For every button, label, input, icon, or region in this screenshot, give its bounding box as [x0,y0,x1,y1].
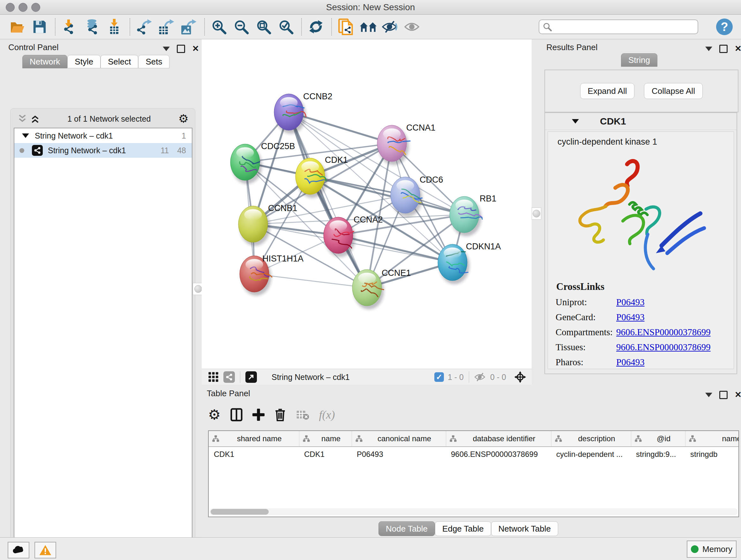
crosslink-link[interactable]: P06493 [616,297,645,307]
gear-icon[interactable]: ⚙ [179,113,189,125]
column-header-databaseidentifier[interactable]: database identifier [446,431,551,446]
cloud-services-button[interactable] [8,542,29,558]
birdseye-view-button[interactable] [359,18,377,36]
import-table-button[interactable] [105,18,123,36]
node-label-ccna2: CCNA2 [354,215,383,225]
warnings-button[interactable] [35,542,56,558]
column-header-sharedname[interactable]: shared name [209,431,299,446]
birdseye-toggle-icon[interactable] [514,371,527,383]
collapse-all-icon[interactable] [17,114,27,124]
node-hist1h1a[interactable]: HIST1H1A [240,254,304,296]
tab-network[interactable]: Network [22,55,67,68]
panel-menu-icon[interactable] [163,47,170,51]
tab-style[interactable]: Style [67,55,100,68]
cell-canonicalname[interactable]: P06493 [352,450,446,459]
float-panel-icon[interactable] [719,45,728,53]
cell-name[interactable]: CDK1 [299,450,352,459]
network-canvas[interactable]: CCNB2CCNA1CDC25BCDK1CDC6RB1CCNB1CCNA2CDK… [202,39,532,369]
zoom-in-button[interactable] [210,18,228,36]
collapse-arrow-icon[interactable] [22,133,29,138]
tab-node-table[interactable]: Node Table [379,521,435,536]
float-panel-icon[interactable] [719,391,728,399]
search-field[interactable] [539,19,698,34]
panel-menu-icon[interactable] [705,47,712,51]
delete-column-trash-icon[interactable] [274,408,286,422]
crosslink-link[interactable]: P06493 [616,357,645,368]
table-horizontal-scrollbar[interactable] [209,508,738,515]
question-icon: ? [721,20,728,34]
node-rb1[interactable]: RB1 [450,194,496,236]
tab-string[interactable]: String [621,53,657,67]
column-header-canonicalname[interactable]: canonical name [352,431,446,446]
search-input[interactable] [555,22,690,32]
expand-all-icon[interactable] [30,114,40,124]
column-type-icon [302,435,310,442]
cell-description[interactable]: cyclin-dependent ... [551,450,631,459]
column-header-namespace[interactable]: namespace [685,431,739,446]
node-cdc6[interactable]: CDC6 [391,175,443,217]
node-ccne1[interactable]: CCNE1 [352,268,411,309]
network-tree-root-row[interactable]: String Network – cdk1 1 [14,128,192,143]
node-cdkn1a[interactable]: CDKN1A [438,242,501,284]
column-header-id[interactable]: @id [631,431,685,446]
crosslink-label: Pharos: [556,357,616,368]
crosslink-link[interactable]: 9606.ENSP00000378699 [616,327,711,337]
panel-menu-icon[interactable] [705,393,712,397]
grid-view-icon[interactable] [208,372,219,382]
save-session-button[interactable] [30,18,49,36]
cdk1-section-header[interactable]: CDK1 [545,113,737,130]
column-header-description[interactable]: description [551,431,631,446]
help-button[interactable]: ? [716,18,733,35]
hide-selected-button[interactable] [382,18,400,36]
tab-edge-table[interactable]: Edge Table [435,521,491,536]
scrollbar-thumb[interactable] [211,509,269,515]
cell-id[interactable]: stringdb:9... [631,450,685,459]
zoom-fit-button[interactable] [255,18,273,36]
column-header-name[interactable]: name [299,431,352,446]
table-row[interactable]: CDK1CDK1P064939606.ENSP00000378699cyclin… [209,447,738,462]
import-network-database-button[interactable] [83,18,101,36]
memory-button[interactable]: Memory [687,541,737,558]
close-panel-icon[interactable]: ✕ [735,390,741,400]
show-columns-icon[interactable] [230,408,243,422]
close-panel-icon[interactable]: ✕ [192,44,199,54]
table-settings-gear-icon[interactable]: ⚙ [208,408,220,422]
node-ccnb1[interactable]: CCNB1 [239,203,297,246]
node-ccnb2[interactable]: CCNB2 [274,91,333,134]
node-cdc25b[interactable]: CDC25B [230,141,295,184]
apply-layout-button[interactable] [307,18,325,36]
node-cdk1[interactable]: CDK1 [295,155,348,198]
export-table-button[interactable] [158,18,176,36]
tab-sets[interactable]: Sets [138,55,170,68]
cell-sharedname[interactable]: CDK1 [209,450,299,459]
collapse-arrow-icon[interactable] [572,119,579,124]
cell-namespace[interactable]: stringdb [685,450,739,459]
export-image-button[interactable] [180,18,198,36]
edge-ccna2-cdkn1a[interactable] [338,235,453,262]
crosslink-row: Tissues:9606.ENSP00000378699 [556,342,734,353]
network-tree-child-row[interactable]: String Network – cdk1 11 48 [14,143,192,158]
expand-all-button[interactable]: Expand All [580,83,634,99]
show-all-button[interactable] [404,18,422,36]
crosslink-link[interactable]: 9606.ENSP00000378699 [616,342,711,353]
import-network-file-button[interactable] [61,18,78,36]
open-session-button[interactable] [8,18,26,36]
crosslink-link[interactable]: P06493 [616,312,645,322]
detach-view-icon[interactable] [246,371,257,383]
selected-checkbox-icon[interactable]: ✓ [434,372,444,382]
network-view-icon[interactable] [223,371,235,383]
add-column-icon[interactable] [253,409,265,421]
zoom-out-button[interactable] [232,18,250,36]
collapse-all-button[interactable]: Collapse All [644,83,703,99]
export-network-button[interactable] [135,18,153,36]
float-panel-icon[interactable] [177,45,185,53]
tab-network-table[interactable]: Network Table [491,521,558,536]
zoom-selected-button[interactable] [277,18,295,36]
crosslink-label: GeneCard: [556,312,616,322]
tab-select[interactable]: Select [100,55,138,68]
close-panel-icon[interactable]: ✕ [735,44,741,54]
network-snapshot-button[interactable] [337,18,355,36]
cell-databaseidentifier[interactable]: 9606.ENSP00000378699 [446,450,551,459]
save-floppy-icon [32,19,47,34]
node-ccna1[interactable]: CCNA1 [377,123,435,165]
